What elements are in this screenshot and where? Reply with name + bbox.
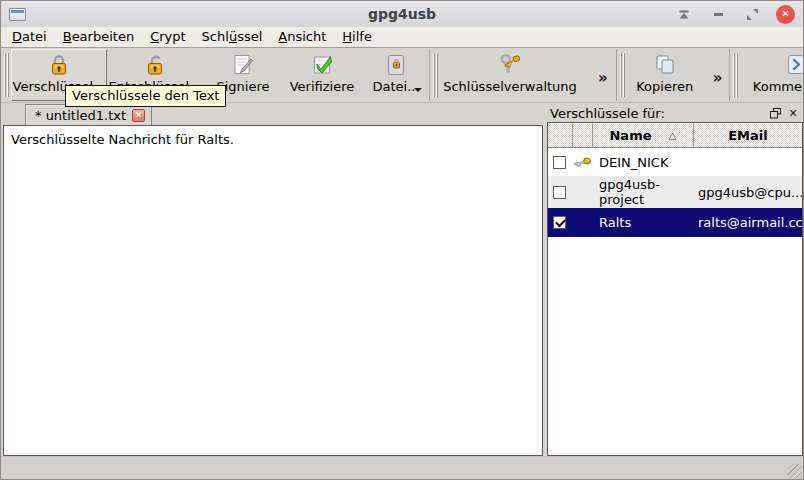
- tab-title: * untitled1.txt: [35, 108, 126, 123]
- maximize-button[interactable]: [742, 4, 762, 24]
- maximize-icon: [746, 8, 759, 21]
- app-window: gpg4usb ✕ Datei Bea: [0, 0, 804, 480]
- text-editor[interactable]: Verschlüsselte Nachricht für Ralts.: [3, 125, 543, 456]
- header-name-column[interactable]: Name: [593, 123, 694, 147]
- encrypt-for-dock: Verschlüssele für: ✕ Name: [547, 103, 803, 456]
- dock-title-label: Verschlüssele für:: [550, 106, 665, 121]
- file-lock-icon: [384, 53, 408, 77]
- toolbar-handle[interactable]: [4, 53, 9, 97]
- row-checkbox[interactable]: [553, 216, 566, 229]
- comment-button[interactable]: Kommentiere: [746, 49, 804, 101]
- tab-close-button[interactable]: ✕: [132, 109, 145, 122]
- verify-button[interactable]: Verifiziere: [285, 49, 359, 101]
- menu-hilfe[interactable]: Hilfe: [334, 28, 380, 46]
- sort-indicator-icon: [668, 132, 677, 141]
- editor-pane: * untitled1.txt ✕ Verschlüsselte Nachric…: [1, 103, 543, 456]
- dock-close-button[interactable]: ✕: [786, 106, 800, 120]
- dock-titlebar[interactable]: Verschlüssele für: ✕: [547, 103, 803, 122]
- key-table: Name EMail: [547, 122, 803, 456]
- close-button[interactable]: ✕: [776, 5, 795, 24]
- encrypt-file-button[interactable]: Datei...: [367, 49, 425, 101]
- comment-toolbar: Kommentiere »: [729, 49, 804, 101]
- resize-grip[interactable]: [788, 464, 802, 478]
- window-menu-icon[interactable]: [9, 8, 26, 21]
- row-checkbox[interactable]: [553, 186, 566, 199]
- verify-check-icon: [309, 53, 335, 77]
- tooltip: Verschlüssele den Text: [65, 85, 226, 107]
- minimize-icon: [714, 13, 723, 16]
- titlebar[interactable]: gpg4usb ✕: [1, 1, 803, 27]
- key-email: gpg4usb@cpu...: [694, 185, 802, 200]
- key-email: ralts@airmail.cc: [694, 215, 802, 230]
- shade-icon: [678, 10, 690, 19]
- tab-untitled1[interactable]: * untitled1.txt ✕: [25, 104, 152, 125]
- menu-schluessel[interactable]: Schlüssel: [194, 28, 271, 46]
- lock-closed-icon: [47, 53, 71, 77]
- copy-button[interactable]: Kopieren: [631, 49, 699, 101]
- table-row[interactable]: DEIN_NICK: [548, 148, 802, 176]
- minimize-button[interactable]: [708, 4, 728, 24]
- toolbar-handle[interactable]: [433, 53, 438, 97]
- key-name: DEIN_NICK: [593, 155, 694, 170]
- table-empty-area[interactable]: [548, 237, 802, 455]
- table-row[interactable]: Ralts ralts@airmail.cc: [548, 208, 802, 237]
- table-header: Name EMail: [548, 123, 802, 148]
- float-icon: [770, 108, 781, 119]
- menubar: Datei Bearbeiten Crypt Schlüssel Ansicht…: [1, 27, 803, 48]
- toolbar-handle[interactable]: [620, 53, 625, 97]
- toolbar-overflow-chevron[interactable]: »: [709, 69, 727, 87]
- dropdown-arrow-icon: [414, 88, 422, 92]
- close-icon: ✕: [781, 9, 789, 19]
- header-email-column[interactable]: EMail: [694, 123, 802, 147]
- edit-toolbar: Kopieren »: [616, 49, 730, 101]
- menu-crypt[interactable]: Crypt: [142, 28, 193, 46]
- statusbar: [1, 456, 803, 479]
- toolbar-handle[interactable]: [733, 53, 738, 97]
- dock-float-button[interactable]: [768, 106, 782, 120]
- shade-button[interactable]: [674, 4, 694, 24]
- editor-text: Verschlüsselte Nachricht für Ralts.: [11, 132, 234, 147]
- menu-datei[interactable]: Datei: [4, 28, 55, 46]
- table-row[interactable]: gpg4usb-project gpg4usb@cpu...: [548, 176, 802, 208]
- key-management-button[interactable]: Schlüsselverwaltung: [440, 49, 580, 101]
- key-name: gpg4usb-project: [593, 177, 694, 207]
- menu-bearbeiten[interactable]: Bearbeiten: [55, 28, 142, 46]
- main-area: * untitled1.txt ✕ Verschlüsselte Nachric…: [1, 103, 803, 456]
- row-checkbox[interactable]: [553, 156, 566, 169]
- menu-ansicht[interactable]: Ansicht: [270, 28, 334, 46]
- key-name: Ralts: [593, 215, 694, 230]
- copy-icon: [652, 53, 678, 77]
- header-icon-column[interactable]: [573, 123, 593, 147]
- toolbar-overflow-chevron[interactable]: »: [594, 69, 612, 87]
- keys-icon: [496, 53, 524, 77]
- lock-open-icon: [142, 53, 168, 77]
- quote-icon: [784, 53, 804, 77]
- dock-close-icon: ✕: [788, 108, 797, 119]
- key-icon: [573, 156, 591, 168]
- header-checkbox-column[interactable]: [548, 123, 573, 147]
- sign-document-icon: [230, 53, 256, 77]
- key-toolbar: Schlüsselverwaltung »: [429, 49, 616, 101]
